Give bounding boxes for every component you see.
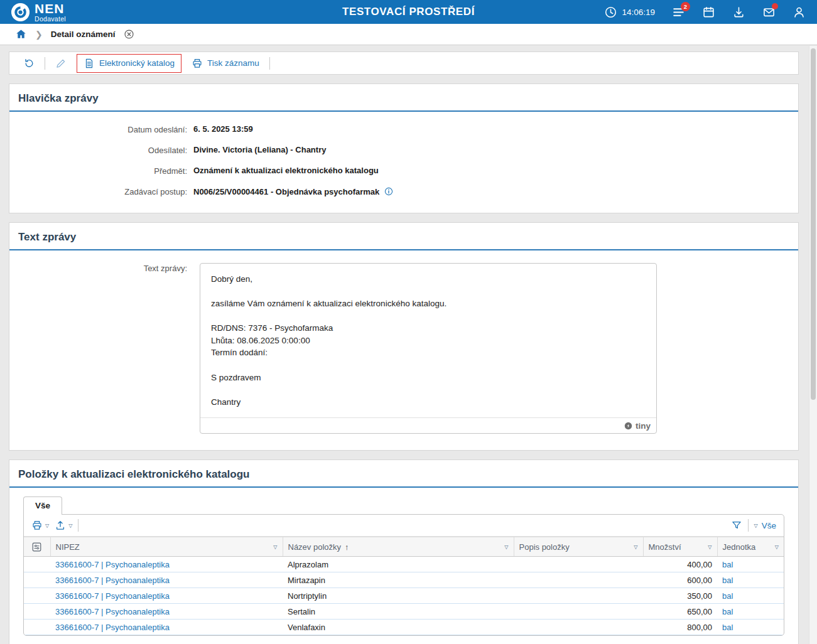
message-text-content[interactable]: Dobrý den, zasíláme Vám oznámení k aktua… bbox=[200, 264, 656, 417]
calendar-icon bbox=[702, 6, 715, 19]
grid-export-button[interactable]: ▽ bbox=[55, 518, 72, 532]
print-record-button[interactable]: Tisk záznamu bbox=[188, 55, 263, 72]
action-toolbar: Elektronický katalog Tisk záznamu bbox=[9, 51, 799, 75]
item-name: Sertalin bbox=[283, 604, 514, 620]
history-button[interactable] bbox=[19, 55, 38, 72]
item-quantity: 400,00 bbox=[643, 557, 717, 572]
nipez-link[interactable]: 33661600-7 | Psychoanaleptika bbox=[55, 607, 170, 616]
filter-caret-icon[interactable]: ▽ bbox=[634, 544, 637, 550]
field-sent-date: Datum odeslání: 6. 5. 2025 13:59 bbox=[9, 124, 789, 134]
tab-all[interactable]: Vše bbox=[23, 496, 62, 515]
filter-caret-icon[interactable]: ▽ bbox=[775, 544, 779, 550]
filter-caret-icon[interactable]: ▽ bbox=[273, 544, 277, 550]
unit-link[interactable]: bal bbox=[722, 560, 733, 569]
column-header-unit[interactable]: Jednotka▽ bbox=[717, 537, 784, 557]
column-settings-header bbox=[24, 537, 50, 557]
scrollbar-thumb[interactable] bbox=[811, 48, 816, 400]
print-record-label: Tisk záznamu bbox=[207, 58, 259, 68]
item-description bbox=[514, 557, 643, 572]
breadcrumb-page-title: Detail oznámení bbox=[51, 30, 116, 39]
home-button[interactable] bbox=[15, 28, 27, 40]
field-value: Oznámení k aktualizaci elektronického ka… bbox=[193, 166, 379, 175]
message-text-label: Text zprávy: bbox=[9, 263, 193, 273]
history-icon bbox=[23, 58, 35, 69]
field-label: Předmět: bbox=[9, 166, 193, 176]
sort-asc-icon[interactable]: ↑ bbox=[345, 542, 349, 552]
nipez-link[interactable]: 33661600-7 | Psychoanaleptika bbox=[55, 623, 170, 632]
table-row[interactable]: 33661600-7 | Psychoanaleptika Nortriptyl… bbox=[24, 588, 784, 604]
column-label: Množství bbox=[649, 542, 681, 552]
clock-icon bbox=[604, 6, 617, 19]
item-name: Alprazolam bbox=[283, 557, 514, 572]
downloads-button[interactable] bbox=[732, 6, 745, 19]
field-procurement-procedure: Zadávací postup: N006/25/V00004461 - Obj… bbox=[9, 186, 789, 196]
section-underline bbox=[9, 486, 798, 488]
filter-caret-icon[interactable]: ▽ bbox=[708, 544, 711, 550]
close-tab-button[interactable] bbox=[124, 29, 134, 40]
toolbar-separator bbox=[269, 57, 270, 70]
grid-view-dropdown[interactable]: ▽ Vše bbox=[754, 520, 776, 532]
item-name: Nortriptylin bbox=[283, 588, 514, 604]
unit-link[interactable]: bal bbox=[722, 576, 733, 585]
edit-button[interactable] bbox=[51, 55, 70, 72]
breadcrumb: ❯ Detail oznámení bbox=[0, 24, 817, 45]
nipez-link[interactable]: 33661600-7 | Psychoanaleptika bbox=[55, 560, 170, 569]
info-icon[interactable] bbox=[384, 186, 394, 196]
field-value: Divine. Victoria (Leliana) - Chantry bbox=[193, 145, 326, 154]
grid-filter-button[interactable] bbox=[731, 520, 742, 531]
table-row[interactable]: 33661600-7 | Psychoanaleptika Mirtazapin… bbox=[24, 572, 784, 588]
table-row[interactable]: 33661600-7 | Psychoanaleptika Sertalin 6… bbox=[24, 604, 784, 620]
column-header-name[interactable]: Název položky↑▽ bbox=[283, 537, 514, 557]
grid-toolbar: ▽ ▽ ▽ Vše bbox=[24, 515, 784, 537]
column-label: NIPEZ bbox=[56, 542, 80, 552]
tiny-logo-text: tiny bbox=[636, 421, 651, 431]
grid-print-button[interactable]: ▽ bbox=[31, 518, 49, 532]
pencil-icon bbox=[55, 58, 67, 69]
messages-button[interactable] bbox=[762, 6, 776, 19]
item-description bbox=[514, 620, 643, 635]
printer-icon bbox=[31, 520, 43, 531]
item-description bbox=[514, 588, 643, 604]
field-value: N006/25/V00004461 - Objednávka psychofar… bbox=[193, 187, 379, 196]
item-quantity: 350,00 bbox=[643, 588, 717, 604]
filter-caret-icon[interactable]: ▽ bbox=[504, 544, 508, 550]
unit-link[interactable]: bal bbox=[722, 623, 733, 632]
session-time: 14:06:19 bbox=[604, 6, 655, 19]
column-header-quantity[interactable]: Množství▽ bbox=[643, 537, 717, 557]
printer-icon bbox=[192, 58, 203, 69]
nipez-link[interactable]: 33661600-7 | Psychoanaleptika bbox=[55, 591, 170, 601]
notifications-menu-button[interactable]: 2 bbox=[672, 6, 685, 19]
nen-logo[interactable]: NEN Dodavatel bbox=[11, 2, 66, 23]
message-text-card: Text zprávy Text zprávy: Dobrý den, zasí… bbox=[9, 222, 799, 451]
user-profile-button[interactable] bbox=[793, 6, 806, 19]
column-label: Jednotka bbox=[723, 542, 756, 552]
message-header-card: Hlavička zprávy Datum odeslání: 6. 5. 20… bbox=[9, 83, 799, 213]
column-settings-icon[interactable] bbox=[31, 542, 42, 552]
top-header: NEN Dodavatel TESTOVACÍ PROSTŘEDÍ 14:06:… bbox=[0, 0, 817, 24]
column-label: Název položky bbox=[288, 542, 342, 552]
nipez-link[interactable]: 33661600-7 | Psychoanaleptika bbox=[55, 576, 170, 585]
filter-funnel-icon bbox=[731, 520, 742, 531]
toolbar-separator bbox=[78, 519, 78, 532]
items-table: NIPEZ▽ Název položky↑▽ Popis položky▽ Mn… bbox=[24, 537, 784, 635]
unit-link[interactable]: bal bbox=[722, 607, 733, 616]
vertical-scrollbar[interactable] bbox=[809, 46, 817, 644]
column-header-nipez[interactable]: NIPEZ▽ bbox=[50, 537, 283, 557]
electronic-catalog-label: Elektronický katalog bbox=[99, 58, 175, 68]
electronic-catalog-button[interactable]: Elektronický katalog bbox=[77, 54, 181, 73]
chevron-down-icon: ▽ bbox=[68, 523, 72, 529]
item-description bbox=[514, 572, 643, 588]
unit-link[interactable]: bal bbox=[722, 591, 733, 601]
messages-badge bbox=[772, 3, 778, 9]
logo-subtitle: Dodavatel bbox=[35, 16, 66, 23]
item-name: Mirtazapin bbox=[283, 572, 514, 588]
table-row[interactable]: 33661600-7 | Psychoanaleptika Alprazolam… bbox=[24, 557, 784, 572]
column-header-description[interactable]: Popis položky▽ bbox=[514, 537, 643, 557]
item-quantity: 650,00 bbox=[643, 604, 717, 620]
item-quantity: 600,00 bbox=[643, 572, 717, 588]
calendar-button[interactable] bbox=[702, 6, 715, 19]
message-text-editor[interactable]: Dobrý den, zasíláme Vám oznámení k aktua… bbox=[200, 263, 657, 434]
table-row[interactable]: 33661600-7 | Psychoanaleptika Venlafaxin… bbox=[24, 620, 784, 635]
items-grid-panel: ▽ ▽ ▽ Vše bbox=[23, 514, 784, 636]
chevron-down-icon: ▽ bbox=[45, 523, 49, 529]
